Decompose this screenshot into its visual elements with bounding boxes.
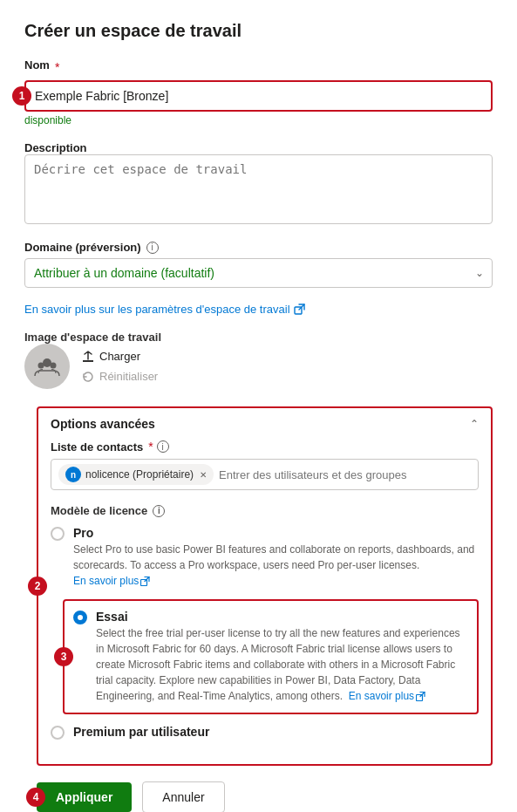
badge-3: 3 (54, 647, 73, 666)
radio-essai-title: Essai (96, 610, 468, 624)
workspace-image-row: Charger Réinitialiser (24, 344, 493, 389)
radio-pro-text: Pro Select Pro to use basic Power BI fea… (73, 526, 479, 589)
people-icon (34, 353, 60, 379)
external-link-icon (294, 304, 305, 315)
radio-premium-title: Premium par utilisateur (73, 725, 479, 739)
contact-tag: n nolicence (Propriétaire) ✕ (58, 464, 214, 485)
workspace-image-field-group: Image d'espace de travail (24, 330, 493, 389)
chevron-up-icon: ⌃ (470, 418, 479, 430)
contact-tag-label: nolicence (Propriétaire) (85, 468, 194, 481)
pro-learn-more-link[interactable]: En savoir plus (73, 573, 150, 589)
description-field-group: Description (24, 140, 493, 227)
badge-4: 4 (26, 788, 45, 807)
radio-option-pro: Pro Select Pro to use basic Power BI fea… (51, 526, 479, 589)
advanced-header[interactable]: Options avancées ⌃ (38, 408, 491, 440)
action-buttons: 4 Appliquer Annuler (37, 781, 493, 812)
contact-remove-icon[interactable]: ✕ (200, 470, 207, 480)
upload-button[interactable]: Charger (82, 348, 158, 365)
advanced-section: 2 Options avancées ⌃ Liste de contacts *… (37, 406, 493, 766)
svg-point-4 (51, 363, 57, 369)
page-title: Créer un espace de travail (24, 21, 493, 41)
advanced-section-wrapper: 2 Options avancées ⌃ Liste de contacts *… (37, 406, 493, 766)
badge-2: 2 (28, 577, 47, 596)
contact-list-group: Liste de contacts * i n nolicence (Propr… (51, 440, 479, 490)
nom-input[interactable] (24, 80, 493, 112)
workspace-avatar (24, 344, 70, 389)
reset-label: Réinitialiser (99, 370, 158, 383)
radio-essai-desc: Select the free trial per-user license t… (96, 625, 468, 704)
license-label: Modèle de licence i (51, 504, 479, 517)
advanced-title: Options avancées (51, 417, 155, 431)
pro-external-icon (140, 577, 150, 586)
contact-initial: n (71, 470, 76, 480)
essai-box-wrapper: 3 Essai Select the free trial per-user l… (63, 599, 479, 714)
contact-info-icon[interactable]: i (157, 440, 169, 453)
reset-icon (82, 371, 94, 383)
essai-external-icon (416, 692, 425, 701)
nom-required: * (55, 60, 59, 74)
radio-essai[interactable] (73, 611, 87, 624)
radio-premium[interactable] (51, 726, 65, 740)
license-label-text: Modèle de licence (51, 504, 147, 517)
essai-box: 3 Essai Select the free trial per-user l… (63, 599, 479, 714)
advanced-body: Liste de contacts * i n nolicence (Propr… (38, 440, 491, 764)
contact-avatar: n (65, 467, 81, 482)
essai-learn-more-link[interactable]: En savoir plus (349, 688, 425, 704)
description-input[interactable] (24, 154, 493, 224)
contact-list-required: * (148, 440, 153, 454)
domaine-field-group: Domaine (préversion) i Attribuer à un do… (24, 241, 493, 288)
upload-icon (82, 351, 94, 363)
badge-1: 1 (12, 86, 31, 106)
radio-premium-text: Premium par utilisateur (73, 725, 479, 739)
svg-point-2 (43, 358, 51, 367)
learn-more-text: En savoir plus sur les paramètres d'espa… (24, 303, 290, 316)
page-container: Créer un espace de travail Nom * 1 dispo… (0, 0, 517, 812)
license-info-icon[interactable]: i (153, 505, 165, 517)
domaine-select[interactable]: Attribuer à un domaine (facultatif) (24, 258, 493, 288)
description-label: Description (24, 141, 87, 154)
radio-essai-text: Essai Select the free trial per-user lic… (96, 610, 468, 704)
license-section: Modèle de licence i Pro Select Pro to us… (51, 504, 479, 740)
domaine-label: Domaine (préversion) (24, 241, 141, 254)
contact-list-row[interactable]: n nolicence (Propriétaire) ✕ (51, 459, 479, 490)
apply-button[interactable]: Appliquer (37, 782, 132, 812)
svg-point-3 (38, 363, 44, 369)
image-actions: Charger Réinitialiser (82, 348, 158, 385)
learn-more-link[interactable]: En savoir plus sur les paramètres d'espa… (24, 303, 305, 316)
domaine-info-icon[interactable]: i (146, 242, 159, 254)
contact-input[interactable] (219, 468, 471, 481)
domaine-select-wrapper: Attribuer à un domaine (facultatif) ⌄ (24, 258, 493, 288)
apply-btn-wrap: 4 Appliquer (37, 782, 132, 812)
nom-field-group: Nom * 1 disponible (24, 58, 493, 126)
nom-label: Nom (24, 58, 50, 72)
contact-list-label: Liste de contacts (51, 440, 143, 454)
cancel-button[interactable]: Annuler (142, 781, 224, 812)
radio-option-premium: Premium par utilisateur (51, 725, 479, 740)
available-text: disponible (24, 114, 493, 126)
radio-pro-title: Pro (73, 526, 479, 540)
workspace-image-label: Image d'espace de travail (24, 331, 161, 344)
radio-pro[interactable] (51, 527, 65, 541)
radio-pro-desc: Select Pro to use basic Power BI feature… (73, 542, 479, 589)
upload-label: Charger (99, 350, 140, 363)
reset-button[interactable]: Réinitialiser (82, 368, 158, 385)
